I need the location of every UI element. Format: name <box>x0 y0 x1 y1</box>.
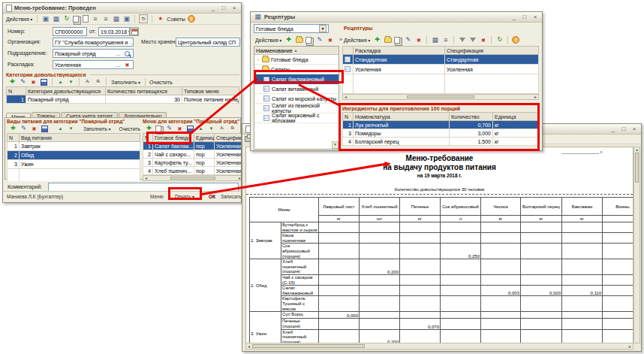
menu-button[interactable]: Меню <box>150 194 164 199</box>
copy-icon[interactable] <box>394 37 400 44</box>
tree-item[interactable]: ＋Готовые блюда <box>254 55 339 65</box>
new-document-icon[interactable] <box>83 15 89 23</box>
sort-desc-icon[interactable] <box>228 125 236 133</box>
fill-button[interactable]: Заполнить <box>110 80 141 85</box>
list-setup-icon[interactable] <box>101 15 110 23</box>
copy-icon[interactable] <box>73 16 79 23</box>
add-icon[interactable] <box>9 125 17 133</box>
ok-button[interactable]: ОК <box>209 194 215 199</box>
filter-icon[interactable] <box>459 38 465 42</box>
table-row[interactable]: СтандартнаяСтандартная <box>343 55 539 65</box>
description-icon[interactable]: Тг <box>139 14 148 23</box>
structure-icon[interactable] <box>112 15 120 23</box>
search-icon[interactable] <box>125 51 130 56</box>
add-icon[interactable] <box>284 36 293 44</box>
minimize-icon[interactable]: _ <box>209 5 217 11</box>
select-icon[interactable] <box>236 38 240 47</box>
open-list-icon[interactable] <box>52 15 60 23</box>
menu-requisition-titlebar[interactable]: Меню-требование: Проведен _ □ × <box>3 3 241 14</box>
tree-scroll-down-icon[interactable]: ▼ <box>332 141 339 149</box>
table-row[interactable]: 2Обед <box>8 151 140 160</box>
move-up-icon[interactable] <box>56 78 65 86</box>
save-icon[interactable] <box>41 126 48 132</box>
minimize-icon[interactable]: _ <box>510 14 518 20</box>
expand-icon[interactable]: ＋ <box>256 57 260 62</box>
delete-icon[interactable] <box>30 125 38 133</box>
tree-item[interactable]: Салат морковный с яблоками <box>254 113 339 123</box>
advices-icon[interactable] <box>156 15 164 23</box>
clear-filter-icon[interactable] <box>479 36 487 44</box>
group-filter-combo[interactable]: Готовые блюда ▼ <box>254 24 329 33</box>
save-icon[interactable] <box>41 79 47 86</box>
delete-icon[interactable] <box>326 36 334 44</box>
col-category[interactable]: Категория довольствующихся <box>26 87 106 95</box>
close-icon[interactable]: × <box>630 126 638 132</box>
actions-menu[interactable]: Действия <box>5 17 33 22</box>
layouts-horizontal-scrollbar[interactable]: ◄► <box>342 94 539 100</box>
move-up-icon[interactable] <box>56 125 65 133</box>
edit-icon[interactable] <box>20 125 28 133</box>
col-layout[interactable]: Раскладка <box>354 47 445 55</box>
sort-desc-icon[interactable] <box>94 78 102 86</box>
edit-icon[interactable] <box>315 36 324 44</box>
col-n[interactable]: N <box>8 134 20 142</box>
close-icon[interactable]: × <box>531 14 539 20</box>
delete-icon[interactable] <box>29 78 38 86</box>
help-icon[interactable] <box>512 36 519 44</box>
actions-menu[interactable]: Действия <box>254 38 282 43</box>
clear-button[interactable]: Очистить <box>119 126 140 132</box>
table-row[interactable]: 1 Пожарный отряд 30 Полное питание на не… <box>7 95 239 104</box>
col-unit[interactable]: Единица <box>194 134 215 142</box>
add-icon[interactable] <box>8 78 17 86</box>
organization-field[interactable]: ГУ "Служба пожаротушения и <box>53 38 134 47</box>
edit-icon[interactable] <box>19 78 27 86</box>
copy-icon[interactable] <box>305 37 311 44</box>
sort-asc-icon[interactable] <box>218 125 226 133</box>
sort-asc-icon[interactable] <box>83 78 92 86</box>
move-down-icon[interactable] <box>67 125 75 133</box>
select-icon[interactable] <box>114 61 122 69</box>
col-count[interactable]: Количество питающихся <box>106 87 182 95</box>
col-spec[interactable]: Спецификация <box>445 47 539 55</box>
select-icon[interactable] <box>114 50 122 58</box>
select-icon[interactable] <box>128 38 134 47</box>
post-document-icon[interactable] <box>41 15 50 23</box>
print-horizontal-scrollbar[interactable]: ◄► <box>245 343 633 349</box>
storage-field[interactable]: Центральный склад СП <box>176 38 240 47</box>
close-icon[interactable]: × <box>230 5 238 11</box>
help-icon[interactable] <box>188 15 195 23</box>
add-group-icon[interactable] <box>296 38 303 43</box>
table-row[interactable]: 4Хлеб пшенич...порУсиленная <box>143 167 242 175</box>
col-typical-menu[interactable]: Типовое меню <box>182 87 239 95</box>
table-row[interactable]: 2Чай с сахаро...порУсиленная <box>143 150 242 159</box>
chevron-down-icon[interactable]: ▼ <box>319 25 327 32</box>
col-name[interactable]: Наименование <box>256 48 293 53</box>
col-meal-type[interactable]: Вид питания <box>20 134 140 142</box>
fill-button[interactable]: Заполнить <box>83 126 112 132</box>
table-row[interactable]: 1Завтрак <box>8 142 140 151</box>
move-down-icon[interactable] <box>67 78 75 86</box>
print-vertical-scrollbar[interactable]: ▲ <box>633 147 640 343</box>
add-group-icon[interactable] <box>384 38 392 43</box>
table-row[interactable]: 3Ужин <box>8 160 140 169</box>
filter-by-value-icon[interactable] <box>470 38 476 42</box>
table-row[interactable]: УсиленнаяУсиленная <box>343 65 539 74</box>
view-mode-icon[interactable] <box>431 36 439 44</box>
properties-icon[interactable] <box>122 15 131 23</box>
add-icon[interactable] <box>373 36 381 44</box>
advices-label[interactable]: Советы <box>167 17 185 22</box>
calendar-button[interactable] <box>130 27 139 36</box>
list-settings-icon[interactable] <box>91 15 99 23</box>
minimize-icon[interactable]: _ <box>609 126 617 132</box>
maximize-icon[interactable]: □ <box>620 126 627 132</box>
move-down-icon[interactable] <box>207 125 215 133</box>
table-row[interactable]: 3Картофель ту...порУсиленная <box>143 159 242 167</box>
refresh-icon[interactable] <box>495 36 504 44</box>
save-button[interactable]: Записать <box>221 194 242 199</box>
maximize-icon[interactable]: □ <box>220 5 227 11</box>
reread-icon[interactable] <box>62 15 71 23</box>
actions-menu[interactable]: Действия <box>343 38 371 43</box>
dishes-horizontal-scrollbar[interactable]: ◄► <box>143 175 242 181</box>
col-spec[interactable]: Спецификаци <box>215 134 242 142</box>
number-field[interactable]: СП0000000 <box>53 27 87 36</box>
